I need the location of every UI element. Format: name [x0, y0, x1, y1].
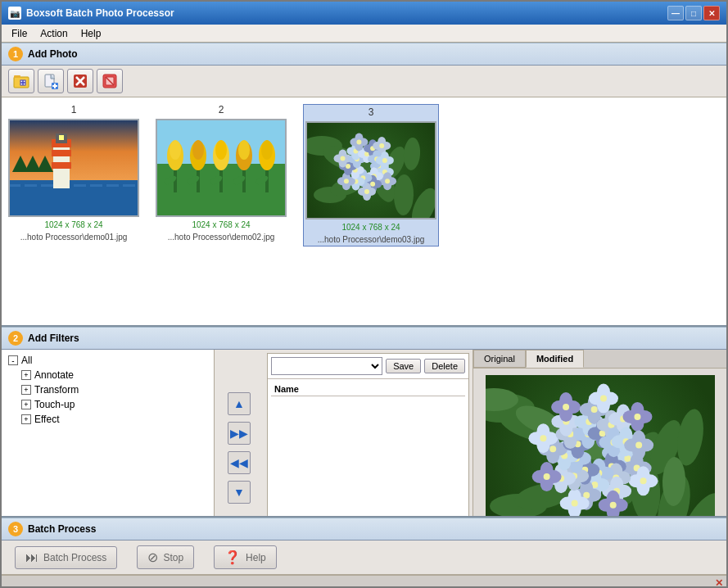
add-photo-header: 1 Add Photo: [2, 43, 726, 66]
help-label: Help: [246, 552, 266, 563]
tree-item-annotate[interactable]: + Annotate: [18, 368, 210, 382]
batch-process-label: Batch Process: [28, 523, 96, 535]
photo-number-3: 3: [369, 106, 374, 118]
help-icon: ❓: [224, 550, 241, 565]
svg-rect-1: [14, 75, 20, 78]
tree-minus-icon: -: [8, 355, 18, 365]
batch-controls: ⏭ Batch Process ⊘ Stop ❓ Help: [2, 541, 726, 575]
stop-icon: ⊘: [147, 550, 158, 565]
photo-dimensions-3: 1024 x 768 x 24: [341, 223, 400, 232]
expand-icon-touchup: +: [21, 400, 31, 409]
stop-label: Stop: [163, 552, 183, 563]
filter-list-header: Save Delete: [268, 354, 468, 379]
preview-image: [486, 375, 715, 539]
batch-process-button[interactable]: ⏭ Batch Process: [15, 546, 117, 569]
batch-process-section: 3 Batch Process ⏭ Batch Process ⊘ Stop ❓…: [2, 516, 726, 588]
batch-process-header: 3 Batch Process: [2, 518, 726, 541]
add-photo-section: 1 Add Photo: [2, 43, 726, 327]
section-number-3: 3: [8, 522, 23, 536]
tree-label-transform[interactable]: Transform: [34, 384, 79, 396]
photo-number-2: 2: [219, 104, 224, 115]
photo-thumbnail-2: [156, 119, 287, 217]
tree-label-touchup[interactable]: Touch-up: [34, 399, 75, 410]
photo-item-3[interactable]: 3 1024 x 768 x 24 ...hoto Processor\demo…: [303, 104, 439, 247]
photo-dimensions-2: 1024 x 768 x 24: [192, 220, 250, 229]
tree-label-all[interactable]: All: [21, 355, 32, 366]
add-filters-label: Add Filters: [28, 332, 79, 344]
menu-help[interactable]: Help: [75, 26, 108, 41]
filter-name-header: Name: [271, 382, 465, 396]
photo-grid: 1 1024 x 768 x 24 ...hoto Processor\demo…: [2, 97, 726, 327]
tree-item-transform[interactable]: + Transform: [18, 382, 210, 397]
photo-path-1: ...hoto Processor\demo01.jpg: [20, 233, 128, 242]
add-filters-section: 2 Add Filters - All + Annotate + Transfo…: [2, 327, 726, 516]
menubar: File Action Help: [2, 25, 726, 43]
status-x-mark: ✕: [715, 577, 723, 589]
preview-tabs: Original Modified: [473, 350, 726, 369]
tab-modified[interactable]: Modified: [526, 350, 584, 368]
minimize-button[interactable]: —: [667, 6, 684, 20]
tree-label-annotate[interactable]: Annotate: [34, 369, 74, 381]
move-down-button[interactable]: ▼: [228, 481, 251, 504]
tree-item-touchup[interactable]: + Touch-up: [18, 397, 210, 412]
titlebar: 📷 Boxsoft Batch Photo Processor — □ ✕: [2, 2, 726, 25]
app-title: Boxsoft Batch Photo Processor: [26, 7, 174, 19]
maximize-button[interactable]: □: [685, 6, 702, 20]
menu-file[interactable]: File: [5, 26, 34, 41]
tree-item-effect[interactable]: + Effect: [18, 412, 210, 427]
section-number-1: 1: [8, 47, 23, 61]
stop-button[interactable]: ⊘ Stop: [137, 545, 194, 569]
move-up-button[interactable]: ▲: [228, 392, 251, 415]
fast-back-button[interactable]: ◀◀: [228, 451, 251, 474]
photo-item-1[interactable]: 1 1024 x 768 x 24 ...hoto Processor\demo…: [8, 104, 139, 242]
menu-action[interactable]: Action: [34, 26, 74, 41]
tree-label-effect[interactable]: Effect: [34, 414, 59, 425]
add-files-button[interactable]: [38, 69, 64, 93]
clear-button[interactable]: [97, 69, 123, 93]
expand-icon-transform: +: [21, 385, 31, 395]
statusbar: ✕: [2, 575, 726, 588]
photo-thumbnail-1: [8, 119, 139, 217]
remove-button[interactable]: [67, 69, 93, 93]
photo-path-2: ...hoto Processor\demo02.jpg: [168, 233, 275, 242]
tree-children: + Annotate + Transform + Touch-up + Effe…: [5, 368, 210, 427]
delete-filter-button[interactable]: Delete: [424, 359, 465, 373]
tab-original[interactable]: Original: [473, 350, 526, 368]
batch-process-icon: ⏭: [25, 550, 38, 565]
photo-item-2[interactable]: 2 1024 x 768 x 24 ...hoto Processor\demo…: [156, 104, 287, 242]
close-button[interactable]: ✕: [703, 6, 720, 20]
titlebar-left: 📷 Boxsoft Batch Photo Processor: [8, 7, 174, 20]
photo-toolbar: [2, 66, 726, 97]
photo-number-1: 1: [71, 104, 77, 115]
help-button[interactable]: ❓ Help: [214, 545, 277, 569]
titlebar-controls: — □ ✕: [667, 6, 720, 20]
photo-path-3: ...hoto Processor\demo03.jpg: [318, 235, 425, 244]
app-icon: 📷: [8, 7, 21, 20]
photo-thumbnail-3: [305, 121, 436, 219]
filter-dropdown[interactable]: [271, 357, 382, 375]
add-photo-label: Add Photo: [28, 48, 78, 60]
filter-list: Save Delete Name: [267, 353, 469, 542]
main-container: 1 Add Photo: [2, 43, 726, 588]
add-folder-button[interactable]: [8, 69, 34, 93]
photo-dimensions-1: 1024 x 768 x 24: [44, 220, 102, 229]
add-filters-header: 2 Add Filters: [2, 327, 726, 350]
batch-process-label-text: Batch Process: [43, 552, 106, 563]
section-number-2: 2: [8, 331, 23, 346]
fast-forward-button[interactable]: ▶▶: [228, 422, 251, 445]
expand-icon-annotate: +: [21, 370, 31, 380]
save-filter-button[interactable]: Save: [386, 359, 421, 373]
expand-icon-effect: +: [21, 414, 31, 424]
tree-item-all[interactable]: - All: [5, 353, 210, 368]
